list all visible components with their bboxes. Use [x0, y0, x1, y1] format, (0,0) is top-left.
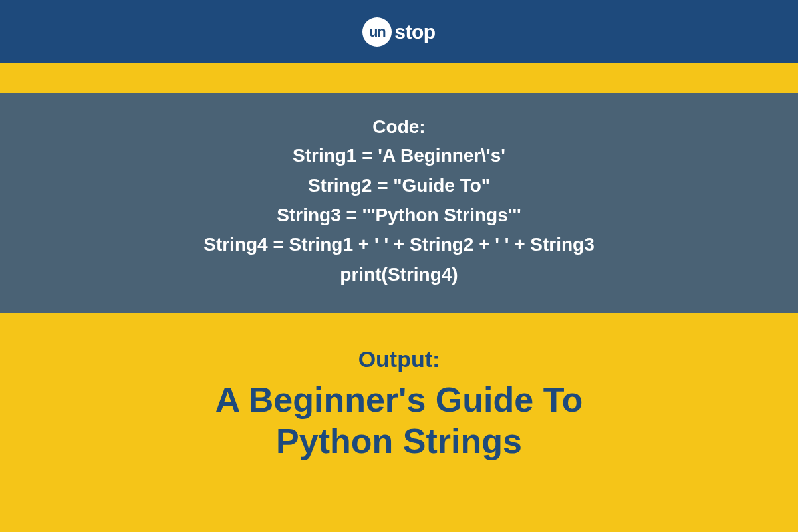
code-line-4: String4 = String1 + ' ' + String2 + ' ' …: [13, 230, 785, 260]
code-heading: Code:: [13, 113, 785, 141]
output-section: Output: A Beginner's Guide To Python Str…: [0, 313, 798, 489]
logo-suffix: stop: [394, 21, 435, 43]
output-heading: Output:: [13, 346, 785, 372]
output-line-1: A Beginner's Guide To: [13, 379, 785, 420]
code-line-5: print(String4): [13, 260, 785, 290]
logo-circle-icon: un: [362, 17, 392, 47]
logo-prefix: un: [369, 23, 386, 41]
code-line-3: String3 = '''Python Strings''': [13, 201, 785, 231]
code-line-1: String1 = 'A Beginner\'s': [13, 141, 785, 171]
output-line-2: Python Strings: [13, 420, 785, 462]
code-section: Code: String1 = 'A Beginner\'s' String2 …: [0, 93, 798, 313]
brand-logo: un stop: [362, 17, 435, 47]
header-bar: un stop: [0, 0, 798, 63]
divider-strip: [0, 63, 798, 93]
code-line-2: String2 = "Guide To": [13, 171, 785, 201]
